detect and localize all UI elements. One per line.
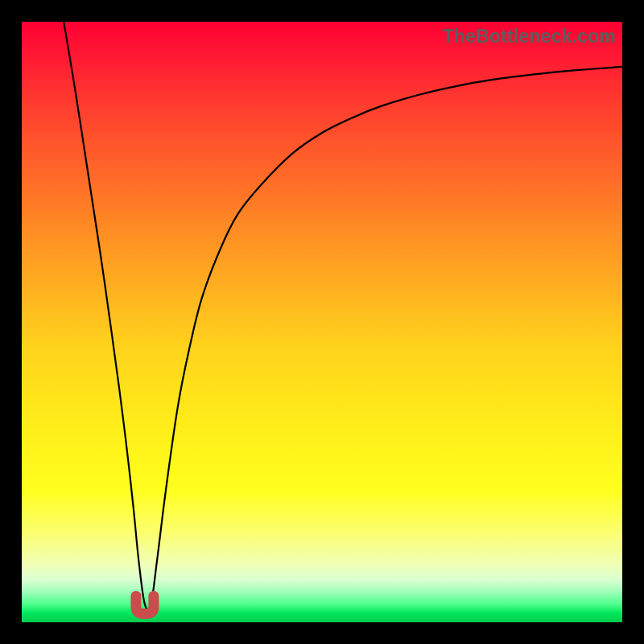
bottleneck-curve: [64, 22, 622, 610]
curve-layer: [22, 22, 622, 622]
plot-area: TheBottleneck.com: [22, 22, 622, 622]
chart-frame: TheBottleneck.com: [0, 0, 644, 644]
